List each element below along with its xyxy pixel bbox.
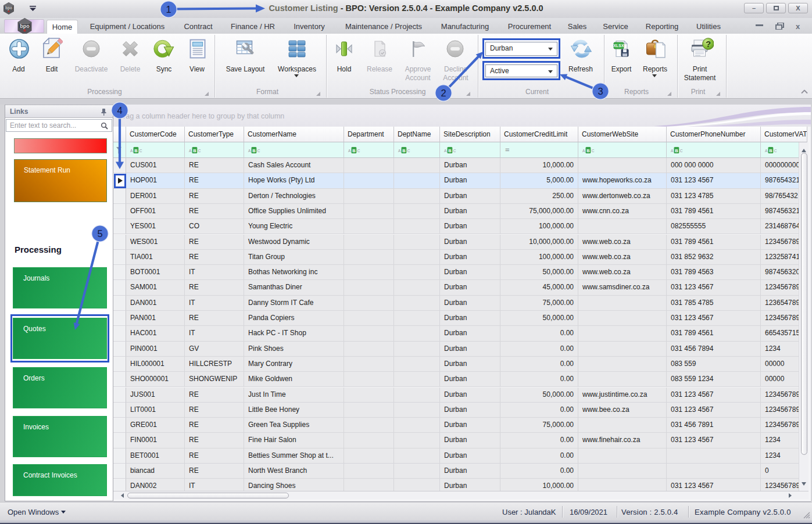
svg-text:B: B — [675, 148, 678, 153]
svg-text:C: C — [774, 149, 777, 153]
svg-text:A: A — [765, 149, 768, 153]
svg-text:A: A — [130, 149, 133, 153]
svg-text:B: B — [586, 148, 590, 153]
svg-text:B: B — [252, 148, 256, 153]
svg-text:A: A — [189, 149, 192, 153]
svg-text:A: A — [582, 149, 585, 153]
svg-text:B: B — [193, 148, 196, 153]
svg-text:C: C — [407, 149, 410, 153]
svg-text:A: A — [348, 149, 351, 153]
svg-text:C: C — [198, 149, 201, 153]
svg-text:B: B — [448, 148, 452, 153]
svg-text:A: A — [398, 149, 401, 153]
svg-text:bpo: bpo — [5, 6, 12, 10]
svg-text:A: A — [248, 149, 251, 153]
svg-text:C: C — [139, 149, 142, 153]
svg-text:B: B — [402, 148, 406, 153]
svg-text:C: C — [680, 149, 683, 153]
svg-text:B: B — [769, 148, 772, 153]
svg-text:XLSX: XLSX — [613, 44, 624, 48]
svg-text:B: B — [134, 148, 138, 153]
svg-text:C: C — [357, 149, 360, 153]
svg-text:?: ? — [706, 39, 711, 49]
svg-text:B: B — [352, 148, 356, 153]
svg-text:C: C — [257, 149, 260, 153]
svg-text:C: C — [453, 149, 456, 153]
svg-text:A: A — [444, 149, 447, 153]
svg-text:bpo: bpo — [20, 23, 30, 29]
svg-text:C: C — [592, 149, 595, 153]
svg-text:A: A — [671, 149, 674, 153]
